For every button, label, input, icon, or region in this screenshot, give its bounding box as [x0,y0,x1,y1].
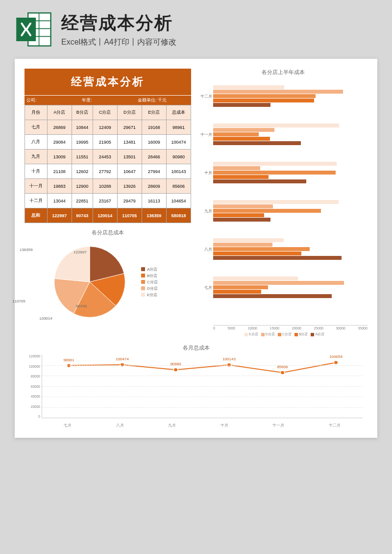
meta-unit: 金额单位: 千元 [136,96,191,105]
table-total-row: 总和12299790743120014110705136359580818 [25,208,191,223]
cost-table: 月份A分店B分店C分店D分店E分店总成本 七月26869108441240929… [24,105,191,223]
document-page: 经营成本分析 公司: 年度: 金额单位: 千元 月份A分店B分店C分店D分店E分… [15,59,377,438]
table-row: 八月2908419995219051348116009100474 [25,135,191,150]
meta-year: 年度: [80,96,135,105]
svg-point-8 [173,368,178,372]
header-subtitle: Excel格式丨A4打印丨内容可修改 [61,37,377,48]
line-title: 各月总成本 [24,344,368,352]
table-header: C分店 [93,105,117,120]
svg-point-10 [280,371,285,375]
table-row: 九月130091155124453135012846690980 [25,150,191,164]
excel-icon [15,10,54,49]
hbar-legend: E分店D分店C分店B分店A分店 [198,332,368,337]
table-row: 十一月198831290010288139262860985606 [25,179,191,194]
pie-title: 各分店总成本 [24,229,191,236]
line-chart-section: 各月总成本 120000100000800006000040000200000 … [24,344,368,428]
line-chart: 120000100000800006000040000200000 989611… [42,354,363,428]
table-header: 总成本 [166,105,191,120]
svg-point-6 [67,364,71,368]
meta-row: 公司: 年度: 金额单位: 千元 [24,95,191,105]
pie-legend: A分店B分店C分店D分店E分店 [141,266,158,299]
hbar-title: 各分店上半年成本 [198,69,368,76]
hbar-chart: 05000100001500020000250003000035000 十二月十… [198,80,368,330]
table-row: 七月268691084412409296711916898961 [25,120,191,135]
pie-chart [48,240,131,324]
table-header: A分店 [47,105,72,120]
table-header: E分店 [142,105,166,120]
svg-point-11 [334,361,338,365]
template-header: 经营成本分析 Excel格式丨A4打印丨内容可修改 [0,0,392,59]
table-row: 十月2110812602277921064727994100143 [25,164,191,179]
page-title-banner: 经营成本分析 [24,69,191,95]
table-row: 十二月1304422851231672947916113104654 [25,194,191,208]
table-header: B分店 [72,105,93,120]
table-header: 月份 [25,105,48,120]
meta-company: 公司: [24,96,80,105]
table-header: D分店 [117,105,142,120]
pie-chart-section: 各分店总成本 A分店B分店C分店D分店E分店 12299790743120014… [24,229,191,324]
header-title: 经营成本分析 [61,11,377,35]
